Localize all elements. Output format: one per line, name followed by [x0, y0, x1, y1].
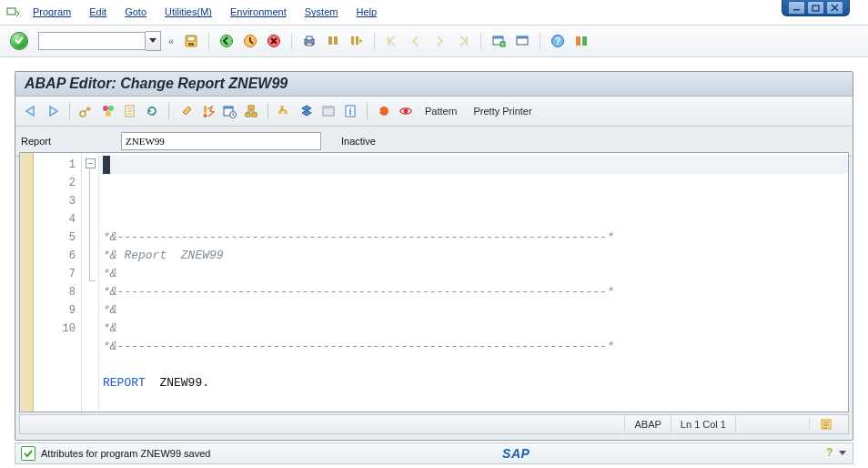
separator: [168, 103, 169, 119]
svg-point-50: [404, 109, 409, 114]
svg-rect-42: [280, 106, 284, 108]
back-button[interactable]: [217, 31, 237, 51]
cut-button[interactable]: [176, 101, 196, 121]
code-area[interactable]: *&--------------------------------------…: [99, 153, 848, 412]
editor-language: ABAP: [624, 415, 670, 433]
help-icon[interactable]: ?: [822, 446, 834, 461]
svg-rect-24: [517, 36, 528, 39]
svg-point-32: [106, 111, 111, 117]
help-button[interactable]: ?: [548, 31, 568, 51]
save-button[interactable]: [181, 31, 201, 51]
pretty-printer-button[interactable]: Pretty Printer: [466, 104, 539, 118]
separator: [291, 33, 292, 49]
layout-button[interactable]: [512, 31, 532, 51]
svg-rect-1: [812, 5, 819, 11]
svg-text:?: ?: [826, 446, 833, 459]
sap-logo: SAP: [502, 446, 530, 461]
refresh-button[interactable]: [142, 101, 162, 121]
status-dropdown-icon[interactable]: [838, 448, 847, 459]
where-used-button[interactable]: [241, 101, 261, 121]
menu-system[interactable]: System: [296, 5, 348, 19]
find-next-button[interactable]: [347, 31, 367, 51]
activation-status: Inactive: [341, 136, 376, 147]
print-button[interactable]: [299, 31, 319, 51]
svg-point-35: [204, 114, 207, 117]
report-name-input[interactable]: [121, 132, 321, 150]
svg-rect-21: [493, 36, 503, 39]
pattern-button[interactable]: Pattern: [418, 104, 464, 118]
fold-toggle-icon[interactable]: −: [86, 158, 96, 168]
separator: [480, 33, 481, 49]
svg-rect-39: [248, 106, 254, 109]
breakpoint-session-button[interactable]: [374, 101, 394, 121]
svg-rect-22: [500, 42, 505, 46]
menu-environment[interactable]: Environment: [221, 5, 296, 19]
nav-back-button[interactable]: [21, 101, 41, 121]
first-page-button: [382, 31, 402, 51]
cancel-button[interactable]: [264, 31, 284, 51]
menu-goto[interactable]: Goto: [116, 5, 156, 19]
separator: [267, 103, 268, 119]
green-check-icon: [10, 32, 28, 50]
svg-rect-14: [307, 36, 312, 40]
svg-rect-17: [334, 36, 338, 45]
svg-rect-15: [307, 43, 312, 46]
window-title-controls: [782, 0, 850, 15]
svg-rect-34: [204, 106, 207, 113]
fold-end: [89, 280, 96, 281]
svg-rect-40: [246, 113, 250, 117]
customize-button[interactable]: [571, 31, 591, 51]
svg-point-8: [221, 36, 233, 47]
menu-utilities[interactable]: Utilities(M): [156, 5, 221, 19]
other-object-button[interactable]: [98, 101, 118, 121]
menu-expand-icon[interactable]: [5, 5, 20, 19]
last-page-button: [453, 31, 473, 51]
report-label: Report: [21, 136, 112, 147]
svg-rect-41: [252, 113, 257, 117]
fullscreen-button[interactable]: [318, 101, 338, 121]
editor-status-bar: ABAP Ln 1 Col 1: [19, 414, 849, 434]
exit-button[interactable]: [240, 31, 260, 51]
activate-button[interactable]: [197, 101, 217, 121]
svg-rect-19: [356, 36, 358, 45]
object-list-button[interactable]: [275, 101, 295, 121]
display-toggle-button[interactable]: [76, 101, 96, 121]
nav-stack-button[interactable]: [297, 101, 317, 121]
svg-rect-18: [351, 36, 354, 45]
test-button[interactable]: [219, 101, 239, 121]
svg-text:?: ?: [555, 36, 560, 46]
enter-button[interactable]: [9, 31, 29, 51]
enhance-button[interactable]: [120, 101, 140, 121]
window-close-button[interactable]: [826, 1, 843, 15]
next-page-button: [429, 31, 449, 51]
main-panel: ABAP Editor: Change Report ZNEW99 i Patt…: [15, 71, 853, 441]
breakpoint-external-button[interactable]: [396, 101, 416, 121]
window-minimize-button[interactable]: [788, 1, 805, 15]
window-maximize-button[interactable]: [807, 1, 824, 15]
editor-options-icon[interactable]: [809, 418, 843, 431]
code-editor[interactable]: 12345678910 − *&------------------------…: [19, 152, 849, 412]
svg-rect-0: [793, 9, 800, 11]
menu-program[interactable]: Program: [24, 5, 80, 19]
svg-rect-44: [284, 111, 288, 114]
fold-column[interactable]: −: [82, 153, 99, 412]
command-dropdown[interactable]: [146, 31, 161, 51]
separator: [374, 33, 375, 49]
command-input[interactable]: [38, 32, 146, 50]
command-field[interactable]: [38, 31, 161, 51]
svg-rect-6: [187, 36, 195, 41]
svg-rect-43: [278, 111, 282, 114]
menu-help[interactable]: Help: [347, 5, 386, 19]
nav-forward-button[interactable]: [43, 101, 63, 121]
info-button[interactable]: i: [340, 101, 360, 121]
fold-line: [89, 169, 90, 280]
find-button[interactable]: [323, 31, 343, 51]
new-session-button[interactable]: [489, 31, 509, 51]
svg-point-31: [108, 106, 114, 111]
svg-rect-16: [328, 36, 332, 45]
code-line-9: REPORT ZNEW99.: [103, 376, 209, 390]
app-toolbar: i Pattern Pretty Printer: [15, 97, 853, 127]
menu-edit[interactable]: Edit: [80, 5, 116, 19]
toolbar-collapse-icon[interactable]: «: [168, 36, 174, 46]
marker-bar[interactable]: [20, 153, 34, 412]
